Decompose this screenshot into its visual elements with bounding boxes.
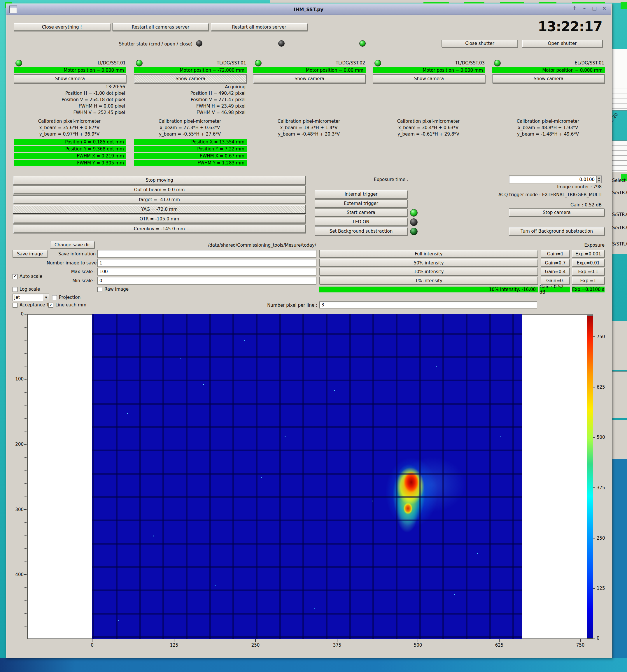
colorbar-tick-label: 625	[597, 385, 611, 390]
exposure-spinner[interactable]: ▲▼	[596, 175, 602, 183]
x-tick	[580, 639, 581, 642]
taskbar-strip	[0, 658, 627, 672]
intensity-1-button[interactable]: 1% intensity	[319, 277, 538, 285]
x-tick	[92, 639, 92, 642]
chevron-down-icon[interactable]: ▼	[43, 294, 49, 301]
fwhm-y-bar: FWHM Y = 9.305 mm	[14, 160, 126, 166]
window-title: IHM_SST.py	[6, 7, 611, 12]
calibration-x: x_beam = 30.4*H + 0.63*V	[373, 125, 485, 131]
show-camera-button[interactable]: Show camera	[492, 74, 605, 83]
min-scale-input[interactable]	[97, 277, 317, 285]
change-save-dir-button[interactable]: Change save dir	[50, 241, 94, 249]
colorbar-tick-label: 375	[597, 485, 611, 490]
background-list-item: S/STR.01	[612, 212, 627, 217]
exp-1-button[interactable]: Exp.=1	[572, 277, 605, 285]
x-tick	[337, 639, 338, 642]
camera-status-led	[255, 60, 262, 67]
restart-cameras-button[interactable]: Restart all cameras server	[112, 23, 209, 31]
acq-trigger-mode-label: ACQ trigger mode : EXTERNAL_TRIGGER_MULT…	[455, 192, 602, 197]
start-camera-button[interactable]: Start camera	[315, 209, 408, 217]
led-on-button[interactable]: LED ON	[315, 218, 408, 226]
acceptance-tl-label: Acceptance TL	[20, 302, 52, 308]
colorbar-tick-label: 0	[597, 635, 611, 641]
number-image-input[interactable]	[97, 259, 317, 267]
camera-status-led	[494, 60, 501, 67]
position-v: Position V = 254.18 dot pixel	[14, 97, 126, 103]
fwhm-x-bar: FWHM X = 0.67 mm	[134, 153, 247, 159]
calibration-title: Calibration pixel-micrometer	[373, 119, 485, 125]
motor-position-bar: Motor position = 0.000 mm	[14, 67, 126, 73]
calibration-x: x_beam = 27.3*H + 0.63*V	[134, 125, 247, 131]
desktop-green-square	[621, 2, 627, 9]
show-camera-button[interactable]: Show camera	[253, 74, 366, 83]
projection-checkbox[interactable]	[52, 295, 57, 300]
gain-07-button[interactable]: Gain=0.7	[541, 259, 570, 267]
show-camera-button[interactable]: Show camera	[14, 74, 126, 83]
exp-0001-button[interactable]: Exp.=0.001	[572, 250, 605, 258]
raw-image-checkbox[interactable]	[97, 287, 102, 292]
calibration-title: Calibration pixel-micrometer	[492, 119, 605, 125]
out-of-beam-button[interactable]: Out of beam = 0.0 mm	[13, 186, 306, 194]
position-y-bar: Position Y = 7.22 mm	[134, 146, 247, 152]
min-scale-label: Min scale :	[58, 278, 96, 283]
close-button[interactable]: ×	[601, 5, 607, 11]
intensity-10-button[interactable]: 10% intensity	[319, 268, 538, 275]
save-information-input[interactable]	[97, 250, 317, 258]
exp-001-button[interactable]: Exp.=0.01	[572, 259, 605, 267]
show-camera-button[interactable]: Show camera	[134, 74, 247, 83]
open-shutter-button[interactable]: Open shutter	[522, 40, 603, 47]
y-tick-label: 100	[7, 376, 24, 382]
maximize-button[interactable]: □	[591, 5, 597, 11]
x-tick-label: 0	[84, 643, 101, 648]
motor-position-bar: Motor position = 0.00 mm	[253, 67, 366, 73]
line-each-mm-checkbox[interactable]	[48, 303, 53, 308]
otr-button[interactable]: OTR = -105.0 mm	[13, 215, 306, 223]
shade-button[interactable]: ↑	[572, 5, 577, 11]
colormap-dropdown[interactable]: jet ▼	[13, 294, 49, 301]
set-background-button[interactable]: Set Background substraction	[315, 227, 408, 235]
external-trigger-button[interactable]: External trigger	[315, 199, 408, 208]
x-tick-label: 125	[165, 643, 183, 648]
stop-camera-button[interactable]: Stop camera	[509, 209, 605, 217]
turn-off-background-button[interactable]: Turn off Background substraction	[509, 227, 605, 235]
max-scale-label: Max scale :	[58, 269, 96, 274]
log-scale-checkbox[interactable]	[13, 287, 18, 292]
yag-button[interactable]: YAG = -72.0 mm	[13, 205, 306, 213]
internal-trigger-button[interactable]: Internal trigger	[315, 190, 408, 198]
cerenkov-button[interactable]: Cerenkov = -145.0 mm	[13, 224, 306, 233]
close-everything-button[interactable]: Close everything !	[14, 23, 110, 31]
show-camera-button[interactable]: Show camera	[373, 74, 485, 83]
raw-image-label: Raw image	[104, 287, 129, 292]
pixel-per-line-input[interactable]	[319, 302, 537, 308]
acceptance-tl-checkbox[interactable]	[13, 303, 18, 308]
target-button[interactable]: target = -41.0 mm	[13, 195, 306, 204]
calibration-title: Calibration pixel-micrometer	[253, 119, 366, 125]
fwhm-v: FWHM V = 46.98 pixel	[134, 110, 247, 116]
exp-01-button[interactable]: Exp.=0.1	[572, 268, 605, 275]
colorbar-tick	[593, 387, 595, 387]
stop-moving-button[interactable]: Stop moving	[13, 176, 306, 184]
full-intensity-button[interactable]: Full intensity	[319, 250, 538, 258]
window-titlebar[interactable]: IHM_SST.py ↑ – □ ×	[6, 4, 611, 15]
gain-04-button[interactable]: Gain=0.4	[541, 268, 570, 275]
gain-0-button[interactable]: Gain=0.	[541, 277, 570, 285]
number-image-label: Number image to save :	[47, 260, 96, 266]
motor-position-value: Motor position = 0.000 mm	[542, 68, 603, 73]
minimize-button[interactable]: –	[581, 5, 587, 11]
restart-motors-button[interactable]: Restart all motors server	[211, 23, 307, 31]
exposure-status-bar: Exp.=0.0100 s	[572, 287, 605, 292]
camera-status-led	[374, 60, 381, 67]
camera-panel-tl-dg-sst-02: TL/DG/SST.02 Motor position = 0.00 mm Sh…	[253, 59, 366, 138]
save-image-button[interactable]: Save image	[13, 250, 47, 258]
screen: 13:22:20 Select S/STR.01 S/STR.01 S/STR.…	[0, 0, 627, 672]
exposure-time-input[interactable]	[509, 175, 596, 183]
colorbar-tick	[593, 588, 595, 589]
camera-status-led	[16, 60, 22, 67]
max-scale-input[interactable]	[97, 268, 317, 275]
auto-scale-checkbox[interactable]	[13, 274, 18, 279]
motor-position-bar: Motor position = -72.000 mm	[134, 67, 247, 73]
camera-panel-li-dg-sst-01: LI/DG/SST.01 Motor position = 0.000 mm S…	[14, 59, 126, 166]
close-shutter-button[interactable]: Close shutter	[442, 40, 518, 47]
gain-1-button[interactable]: Gain=1	[541, 250, 570, 258]
intensity-50-button[interactable]: 50% intensity	[319, 259, 538, 267]
